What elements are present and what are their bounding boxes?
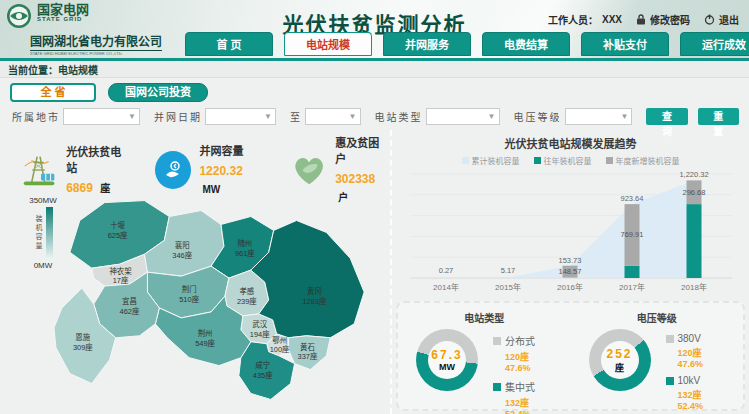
chevron-down-icon: ▼ xyxy=(349,112,357,121)
logout-button[interactable]: 退出 xyxy=(704,12,739,27)
voltage-level-donut[interactable]: 252 座 xyxy=(589,329,651,391)
trend-legend: 累计装机容量往年装机容量年度新增装机容量 xyxy=(396,155,745,166)
map-label: 510座 xyxy=(179,294,199,304)
power-tower-icon xyxy=(20,150,58,190)
date-to-select[interactable]: ▼ xyxy=(305,108,361,125)
legend-swatch xyxy=(666,335,674,343)
legend-swatch xyxy=(666,377,674,385)
map-label: 鄂州 xyxy=(272,336,287,345)
map-label: 1283座 xyxy=(302,296,327,306)
staff-label: 工作人员： xyxy=(548,12,598,27)
map-label: 337座 xyxy=(298,351,318,361)
svg-text:1,220.32: 1,220.32 xyxy=(679,170,708,179)
donut-center-value: 67.3 xyxy=(431,348,462,362)
main-content: 光伏扶贫电站 6869 座 xyxy=(0,130,749,414)
map-label: 549座 xyxy=(195,338,215,348)
legend-swatch xyxy=(493,337,501,345)
map-label: 309座 xyxy=(73,342,93,352)
map-label: 黄冈 xyxy=(307,286,322,296)
city-select[interactable]: ▼ xyxy=(63,108,140,125)
svg-text:2017年: 2017年 xyxy=(619,282,645,292)
donut-center-unit: 座 xyxy=(615,361,624,374)
chevron-down-icon: ▼ xyxy=(128,112,136,121)
map-label: 荆门 xyxy=(182,284,197,294)
brand-cn: 国家电网 xyxy=(37,3,89,16)
pie-panel: 电站类型 67.3 MW 分布式 120座47.6% 集中式 132座52.4% xyxy=(396,301,745,411)
map-label: 宜昌 xyxy=(122,296,137,306)
state-grid-logo-icon xyxy=(6,3,32,29)
company-name: 国网湖北省电力有限公司 xyxy=(30,32,162,51)
voltage-level-legend: 380V 120座47.6% 10kV 132座52.4% xyxy=(666,331,744,414)
breadcrumb: 当前位置： 电站规模 xyxy=(0,61,749,78)
svg-text:148.57: 148.57 xyxy=(559,267,582,276)
city-filter-label: 所属地市 xyxy=(12,109,60,124)
user-area: 工作人员： XXX 修改密码 退出 xyxy=(548,12,739,27)
lock-icon xyxy=(636,14,646,25)
map-label: 100座 xyxy=(270,344,290,354)
kpi-households-value: 302338 xyxy=(335,172,375,186)
svg-text:5.17: 5.17 xyxy=(501,266,516,275)
map-label: 孝感 xyxy=(239,286,254,296)
query-button[interactable]: 查询 xyxy=(646,108,687,125)
change-password-button[interactable]: 修改密码 xyxy=(636,12,690,27)
station-type-legend: 分布式 120座47.6% 集中式 132座52.4% xyxy=(493,331,571,414)
reset-button[interactable]: 重置 xyxy=(698,108,739,125)
brand: 国家电网 STATE GRID xyxy=(6,3,89,29)
map-label: 武汉 xyxy=(252,319,267,329)
voltage-filter-label: 电压等级 xyxy=(514,109,562,124)
map-label: 435座 xyxy=(253,370,273,380)
station-type-donut[interactable]: 67.3 MW xyxy=(416,329,478,391)
tab-operation-results[interactable]: 运行成效 xyxy=(680,32,749,56)
svg-text:2016年: 2016年 xyxy=(557,282,583,292)
svg-text:0.27: 0.27 xyxy=(439,266,454,275)
svg-text:2014年: 2014年 xyxy=(433,282,459,292)
hubei-map: 十堰 625座 神农架 17座 襄阳 346座 随州 961座 荆门 510座 … xyxy=(50,190,388,410)
map-label: 荆州 xyxy=(198,328,213,338)
chevron-down-icon: ▼ xyxy=(264,112,272,121)
tab-home[interactable]: 首 页 xyxy=(185,32,273,56)
voltage-select[interactable]: ▼ xyxy=(565,108,633,125)
trend-chart: 0.272014年5.172015年153.73148.572016年923.6… xyxy=(396,166,741,298)
sgcc-invest-button[interactable]: 国网公司投资 xyxy=(108,83,208,102)
donut-center-value: 252 xyxy=(606,347,632,361)
donut-center-unit: MW xyxy=(439,362,455,372)
tab-grid-service[interactable]: 并网服务 xyxy=(383,32,471,56)
svg-text:153.73: 153.73 xyxy=(559,256,582,265)
map-label: 17座 xyxy=(113,275,129,285)
power-icon xyxy=(704,14,715,25)
map-label: 十堰 xyxy=(110,220,125,230)
chevron-down-icon: ▼ xyxy=(488,112,496,121)
svg-text:923.64: 923.64 xyxy=(621,194,644,203)
trend-title: 光伏扶贫电站规模发展趋势 xyxy=(396,130,745,151)
grid-connection-icon xyxy=(155,151,191,189)
main-nav: 首 页 电站规模 并网服务 电费结算 补贴支付 运行成效 数据查询及导出 xyxy=(185,32,749,56)
tab-fee-settlement[interactable]: 电费结算 xyxy=(482,32,570,56)
company: 国网湖北省电力有限公司 STATE GRID HUBEI ELECTRIC PO… xyxy=(30,32,162,56)
date-from-select[interactable]: ▼ xyxy=(205,108,276,125)
svg-text:296.68: 296.68 xyxy=(683,188,706,197)
filter-row: 所属地市 ▼ 并网日期 ▼ 至 ▼ 电站类型 ▼ 电压等级 ▼ 查询 重置 xyxy=(12,108,749,125)
map-label: 恩施 xyxy=(75,332,90,342)
map-panel: 光伏扶贫电站 6869 座 xyxy=(0,130,392,414)
map-label: 咸宁 xyxy=(255,360,270,370)
map-label: 961座 xyxy=(235,248,255,258)
svg-text:2018年: 2018年 xyxy=(681,282,707,292)
map-label: 239座 xyxy=(237,296,257,306)
map-label: 462座 xyxy=(120,306,140,316)
heart-icon xyxy=(291,152,327,188)
tab-subsidy-payment[interactable]: 补贴支付 xyxy=(581,32,669,56)
brand-en: STATE GRID xyxy=(37,16,89,22)
map-label: 黄石 xyxy=(300,342,315,352)
station-type-select[interactable]: ▼ xyxy=(426,108,500,125)
company-name-en: STATE GRID HUBEI ELECTRIC POWER CO.,LTD. xyxy=(30,51,149,56)
tab-station-scale[interactable]: 电站规模 xyxy=(284,32,372,56)
legend-title: 装机容量 xyxy=(33,207,43,259)
breadcrumb-label: 当前位置： xyxy=(8,62,58,77)
province-scope-button[interactable]: 全 省 xyxy=(10,83,96,102)
map-label: 随州 xyxy=(237,238,252,248)
legend-swatch xyxy=(493,383,501,391)
date-filter-label: 并网日期 xyxy=(154,109,202,124)
chevron-down-icon: ▼ xyxy=(620,112,628,121)
map-label: 神农架 xyxy=(109,266,132,276)
breadcrumb-value: 电站规模 xyxy=(58,62,98,77)
